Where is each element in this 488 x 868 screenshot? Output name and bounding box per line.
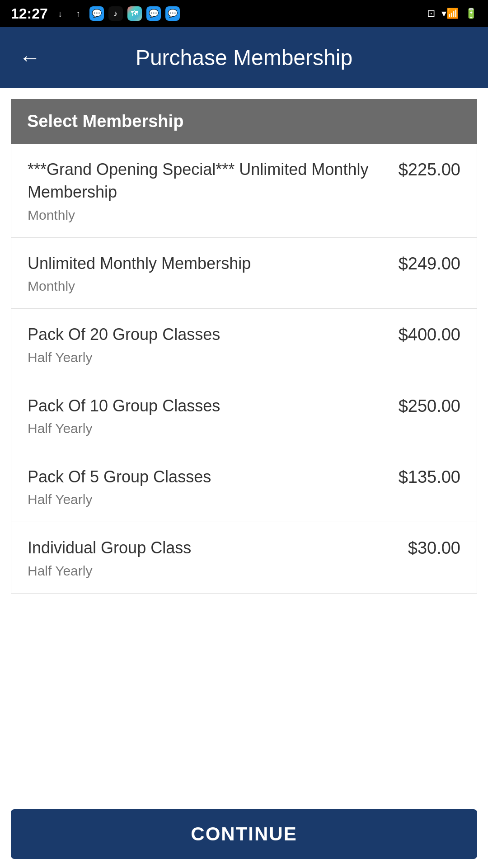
continue-button[interactable]: CONTINUE [11, 809, 477, 859]
page-header: ← Purchase Membership [0, 27, 488, 88]
battery-icon: 🔋 [465, 8, 477, 19]
membership-info-2: Pack Of 20 Group Classes Half Yearly [28, 323, 399, 365]
membership-item-0[interactable]: ***Grand Opening Special*** Unlimited Mo… [11, 144, 477, 238]
download-icon: ↓ [53, 7, 67, 20]
membership-name-1: Unlimited Monthly Membership [28, 252, 385, 275]
back-arrow-icon: ← [19, 45, 41, 70]
messages-app-icon: 💬 [89, 6, 104, 21]
membership-price-3: $250.00 [399, 395, 460, 416]
membership-name-4: Pack Of 5 Group Classes [28, 466, 385, 488]
status-bar: 12:27 ↓ ↑ 💬 ♪ 🗺 💬 💬 ⊡ ▾📶 🔋 [0, 0, 488, 27]
membership-price-2: $400.00 [399, 323, 460, 344]
membership-period-2: Half Yearly [28, 350, 385, 365]
status-bar-left: 12:27 ↓ ↑ 💬 ♪ 🗺 💬 💬 [11, 5, 180, 22]
membership-price-0: $225.00 [399, 158, 460, 179]
membership-price-1: $249.00 [399, 252, 460, 274]
membership-period-5: Half Yearly [28, 563, 394, 579]
membership-name-2: Pack Of 20 Group Classes [28, 323, 385, 346]
membership-period-4: Half Yearly [28, 492, 385, 507]
chat-app-icon2: 💬 [165, 6, 180, 21]
upload-icon: ↑ [71, 7, 85, 20]
membership-list: ***Grand Opening Special*** Unlimited Mo… [11, 144, 477, 594]
section-header-label: Select Membership [27, 112, 183, 131]
membership-period-0: Monthly [28, 208, 385, 223]
membership-price-4: $135.00 [399, 466, 460, 487]
membership-name-0: ***Grand Opening Special*** Unlimited Mo… [28, 158, 385, 204]
status-bar-right: ⊡ ▾📶 🔋 [427, 8, 477, 19]
maps-app-icon: 🗺 [127, 6, 142, 21]
page-title: Purchase Membership [136, 45, 352, 70]
membership-info-5: Individual Group Class Half Yearly [28, 537, 408, 578]
status-bar-icons: ↓ ↑ 💬 ♪ 🗺 💬 💬 [53, 6, 180, 21]
membership-info-4: Pack Of 5 Group Classes Half Yearly [28, 466, 399, 507]
screen-off-icon: ⊡ [427, 8, 435, 19]
membership-price-5: $30.00 [408, 537, 460, 558]
membership-period-3: Half Yearly [28, 421, 385, 436]
membership-item-2[interactable]: Pack Of 20 Group Classes Half Yearly $40… [11, 309, 477, 380]
section-header: Select Membership [11, 99, 477, 144]
continue-label: CONTINUE [191, 823, 297, 845]
membership-item-1[interactable]: Unlimited Monthly Membership Monthly $24… [11, 238, 477, 309]
music-app-icon: ♪ [108, 6, 123, 21]
membership-name-5: Individual Group Class [28, 537, 394, 559]
membership-name-3: Pack Of 10 Group Classes [28, 395, 385, 417]
membership-info-0: ***Grand Opening Special*** Unlimited Mo… [28, 158, 399, 223]
membership-item-5[interactable]: Individual Group Class Half Yearly $30.0… [11, 522, 477, 593]
membership-info-1: Unlimited Monthly Membership Monthly [28, 252, 399, 294]
membership-item-4[interactable]: Pack Of 5 Group Classes Half Yearly $135… [11, 451, 477, 522]
wifi-icon: ▾📶 [441, 8, 459, 19]
membership-item-3[interactable]: Pack Of 10 Group Classes Half Yearly $25… [11, 380, 477, 451]
status-time: 12:27 [11, 5, 48, 22]
chat-app-icon1: 💬 [146, 6, 161, 21]
membership-info-3: Pack Of 10 Group Classes Half Yearly [28, 395, 399, 436]
membership-period-1: Monthly [28, 278, 385, 294]
back-button[interactable]: ← [16, 44, 43, 71]
